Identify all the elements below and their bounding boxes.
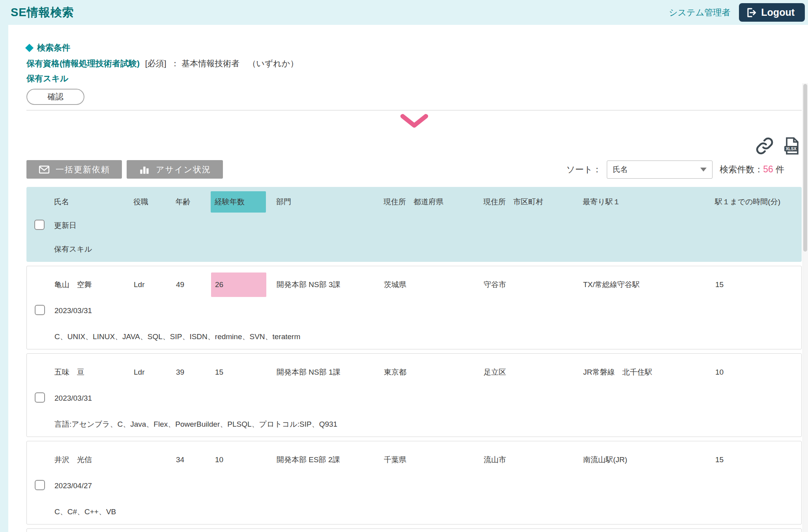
assign-status-label: アサイン状況 bbox=[156, 164, 211, 175]
table-row: 井沢 光信 34 10 開発本部 ES部 2課 千葉県 流山市 南流山駅(JR)… bbox=[26, 441, 802, 525]
col-header-position: 役職 bbox=[133, 197, 176, 207]
col-header-skills: 保有スキル bbox=[54, 244, 802, 254]
table-row: 五味 亘 Ldr 39 15 開発本部 NS部 1課 東京都 足立区 JR常磐線… bbox=[26, 353, 802, 437]
scrollbar-thumb[interactable] bbox=[803, 84, 807, 252]
cell-position: Ldr bbox=[134, 368, 176, 377]
chevron-down-icon bbox=[700, 168, 707, 172]
cell-name: 五味 亘 bbox=[54, 367, 134, 377]
col-header-name: 氏名 bbox=[54, 197, 133, 207]
cell-city: 流山市 bbox=[484, 455, 583, 465]
xlsx-file-icon[interactable]: XLSX bbox=[782, 136, 801, 155]
sort-selected-value: 氏名 bbox=[613, 164, 628, 175]
cell-city: 守谷市 bbox=[484, 280, 583, 290]
cell-age: 34 bbox=[176, 455, 211, 464]
vertical-scrollbar[interactable] bbox=[802, 83, 808, 532]
cell-name: 井沢 光信 bbox=[54, 455, 134, 465]
col-header-experience: 経験年数 bbox=[211, 191, 276, 213]
row-checkbox[interactable] bbox=[35, 392, 45, 403]
cell-prefecture: 茨城県 bbox=[384, 280, 484, 290]
cell-prefecture: 千葉県 bbox=[384, 455, 484, 465]
bar-chart-icon bbox=[138, 164, 150, 175]
results-list: 亀山 空舞 Ldr 49 26 開発本部 NS部 3課 茨城県 守谷市 TX/常… bbox=[26, 266, 802, 532]
user-role-label: システム管理者 bbox=[669, 7, 730, 19]
select-all-checkbox[interactable] bbox=[34, 220, 45, 230]
main-panel: 検索条件 保有資格(情報処理技術者試験) [必須] ： 基本情報技術者 （いずれ… bbox=[8, 25, 808, 532]
result-count-label: 検索件数： bbox=[720, 164, 763, 174]
cell-station: 南流山駅(JR) bbox=[583, 455, 715, 465]
result-count-value: 56 bbox=[763, 164, 773, 174]
assign-status-button[interactable]: アサイン状況 bbox=[127, 160, 223, 179]
search-conditions-section: 検索条件 bbox=[26, 42, 802, 53]
xlsx-icon-label: XLSX bbox=[786, 147, 796, 151]
row-checkbox[interactable] bbox=[35, 480, 45, 490]
qualification-value: 基本情報技術者 （いずれか） bbox=[181, 59, 298, 68]
collapse-chevron-icon[interactable] bbox=[400, 114, 429, 129]
cell-name: 亀山 空舞 bbox=[54, 280, 134, 290]
chevron-row bbox=[26, 114, 802, 129]
skills-condition-label: 保有スキル bbox=[26, 73, 802, 84]
col-header-prefecture: 現住所 都道府県 bbox=[383, 197, 483, 207]
sort-select[interactable]: 氏名 bbox=[607, 161, 713, 179]
cell-position: Ldr bbox=[134, 280, 176, 289]
cell-department: 開発本部 NS部 3課 bbox=[277, 280, 384, 290]
cell-age: 49 bbox=[176, 280, 211, 289]
envelope-icon bbox=[38, 164, 50, 175]
row-checkbox[interactable] bbox=[35, 305, 45, 315]
header-right: システム管理者 Logout bbox=[669, 3, 805, 22]
logout-button[interactable]: Logout bbox=[739, 3, 805, 22]
table-row: 仲村 隆至 33 8 開発本部 NS部 2課 茨城県 つくばみらい市 TX守谷駅… bbox=[26, 528, 802, 532]
cell-prefecture: 東京都 bbox=[384, 367, 484, 377]
results-toolbar: 一括更新依頼 アサイン状況 ソート： 氏名 検索件数：56 件 bbox=[26, 160, 802, 179]
export-icons-row: XLSX bbox=[26, 136, 802, 155]
cell-city: 足立区 bbox=[484, 367, 583, 377]
col-header-city: 現住所 市区町村 bbox=[483, 197, 583, 207]
colon: ： bbox=[171, 59, 179, 68]
logout-label: Logout bbox=[761, 7, 795, 18]
confirm-button[interactable]: 確認 bbox=[26, 89, 84, 105]
toolbar-right: ソート： 氏名 検索件数：56 件 bbox=[566, 161, 784, 179]
cell-update-date: 2023/04/27 bbox=[54, 482, 801, 490]
cell-station: JR常磐線 北千住駅 bbox=[583, 367, 715, 377]
cell-skills: 言語:アセンブラ、C、Java、Flex、PowerBuilder、PLSQL、… bbox=[54, 419, 801, 429]
qualification-label: 保有資格(情報処理技術者試験) bbox=[26, 59, 140, 68]
result-count: 検索件数：56 件 bbox=[720, 164, 784, 175]
result-count-unit: 件 bbox=[776, 164, 784, 174]
cell-age: 39 bbox=[176, 368, 211, 377]
col-header-age: 年齢 bbox=[176, 197, 211, 207]
cell-station-time: 10 bbox=[715, 368, 801, 377]
col-header-department: 部門 bbox=[276, 197, 383, 207]
cell-skills: C、UNIX、LINUX、JAVA、SQL、SIP、ISDN、redmine、S… bbox=[54, 332, 801, 342]
cell-experience: 26 bbox=[211, 273, 277, 297]
qualification-condition: 保有資格(情報処理技術者試験) [必須] ： 基本情報技術者 （いずれか） bbox=[26, 58, 802, 69]
cell-station: TX/常総線守谷駅 bbox=[583, 280, 715, 290]
table-header: 氏名 役職 年齢 経験年数 部門 現住所 都道府県 現住所 市区町村 最寄り駅１… bbox=[26, 187, 802, 262]
section-divider bbox=[26, 110, 802, 110]
diamond-icon bbox=[25, 43, 34, 52]
col-header-update-date: 更新日 bbox=[54, 220, 802, 231]
cell-experience: 10 bbox=[211, 448, 277, 472]
cell-station-time: 15 bbox=[715, 455, 801, 464]
logout-icon bbox=[745, 7, 757, 19]
search-conditions-title: 検索条件 bbox=[37, 42, 70, 53]
required-tag: [必須] bbox=[145, 59, 166, 68]
sort-label: ソート： bbox=[566, 164, 601, 175]
batch-update-button[interactable]: 一括更新依頼 bbox=[26, 160, 122, 179]
cell-skills: C、C#、C++、VB bbox=[54, 507, 801, 517]
cell-update-date: 2023/03/31 bbox=[54, 394, 801, 403]
cell-station-time: 15 bbox=[715, 280, 801, 289]
cell-department: 開発本部 NS部 1課 bbox=[277, 367, 384, 377]
col-header-station-time: 駅１までの時間(分) bbox=[715, 197, 802, 207]
app-header: SE情報検索 システム管理者 Logout bbox=[0, 0, 808, 25]
cell-experience: 15 bbox=[211, 360, 277, 385]
page-title: SE情報検索 bbox=[11, 5, 74, 21]
cell-update-date: 2023/03/31 bbox=[54, 306, 801, 315]
link-icon[interactable] bbox=[755, 136, 774, 155]
col-header-station: 最寄り駅１ bbox=[583, 197, 715, 207]
batch-update-label: 一括更新依頼 bbox=[56, 164, 110, 175]
cell-department: 開発本部 ES部 2課 bbox=[277, 455, 384, 465]
table-row: 亀山 空舞 Ldr 49 26 開発本部 NS部 3課 茨城県 守谷市 TX/常… bbox=[26, 266, 802, 349]
